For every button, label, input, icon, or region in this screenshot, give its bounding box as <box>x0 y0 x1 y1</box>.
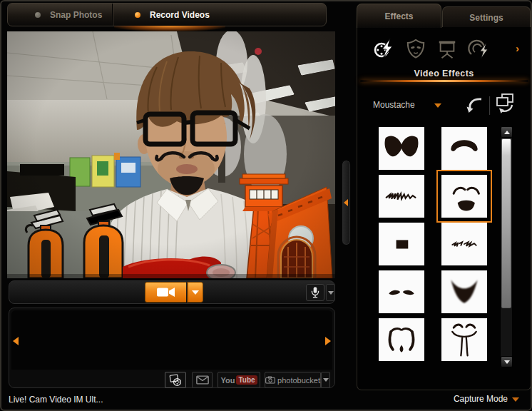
chevron-down-icon <box>323 378 329 382</box>
chevron-left-icon <box>344 199 348 206</box>
scrollbar-thumb[interactable] <box>501 138 511 308</box>
film-effects-icon[interactable] <box>372 36 397 61</box>
app-title: Live! Cam Video IM Ult... <box>9 395 103 405</box>
effect-thumbnail-small-scribble[interactable] <box>441 223 487 265</box>
tab-label: Settings <box>469 13 503 23</box>
email-icon <box>196 375 209 385</box>
share-options-arrow[interactable] <box>321 372 330 388</box>
section-title: Video Effects <box>357 68 531 78</box>
capture-mode-selector[interactable]: Capture Mode <box>454 394 508 404</box>
tab-settings[interactable]: Settings <box>442 6 531 28</box>
microphone-options-arrow[interactable] <box>326 284 335 301</box>
capture-controls-bar <box>9 280 335 304</box>
photobucket-share-button[interactable]: photobucket <box>265 372 321 388</box>
youtube-share-button[interactable]: You Tube <box>218 372 260 388</box>
microphone-button[interactable] <box>306 284 324 301</box>
panel-collapse-handle[interactable] <box>342 160 351 245</box>
tab-effects[interactable]: Effects <box>357 4 441 28</box>
effect-style-dropdown[interactable]: Moustache <box>373 100 415 110</box>
effect-thumbnail-bushy-goatee[interactable] <box>441 270 487 313</box>
recorded-clips-panel: You Tube photobucket <box>9 308 335 388</box>
undo-arrow-icon <box>466 96 484 114</box>
mask-effects-icon[interactable] <box>403 36 429 61</box>
strip-prev-arrow[interactable] <box>13 337 19 345</box>
effect-thumbnail-handlebar[interactable] <box>379 127 424 170</box>
effect-thumbnail-thin-scribble[interactable] <box>379 175 424 218</box>
capture-tabbar: Snap Photos Record Videos <box>7 3 327 26</box>
tab-indicator-dot <box>135 12 140 18</box>
effect-thumbnail-round-droop[interactable] <box>441 127 487 170</box>
app-window: Snap Photos Record Videos <box>0 0 532 411</box>
photobucket-logo-text: photobucket <box>277 376 320 385</box>
effect-thumbnail-fu-manchu[interactable] <box>379 318 424 361</box>
tab-snap-photos[interactable]: Snap Photos <box>8 4 113 26</box>
record-options-arrow[interactable] <box>187 282 203 303</box>
youtube-logo-badge: Tube <box>236 375 257 385</box>
tab-label: Record Videos <box>150 10 210 20</box>
strip-next-arrow[interactable] <box>325 337 331 345</box>
effects-scrollbar[interactable] <box>500 126 512 367</box>
chevron-down-icon <box>192 290 199 295</box>
apply-to-all-button[interactable] <box>493 93 515 114</box>
scroll-down-button[interactable] <box>501 356 513 367</box>
effect-thumbnail-grid <box>379 127 487 361</box>
triangle-down-icon <box>504 360 510 364</box>
tab-label: Effects <box>384 11 413 21</box>
capture-mode-arrow-icon[interactable] <box>512 397 519 402</box>
dropdown-caret-icon[interactable] <box>434 103 441 108</box>
toolbar-divider <box>489 96 490 115</box>
scroll-up-button[interactable] <box>501 126 513 138</box>
distortion-effects-icon[interactable] <box>465 36 491 61</box>
record-video-button[interactable] <box>145 282 186 303</box>
more-categories-arrow[interactable]: › <box>516 42 519 54</box>
background-effects-icon[interactable] <box>434 36 460 61</box>
effects-panel: › Video Effects Moustache <box>357 27 531 390</box>
triangle-up-icon <box>504 131 510 134</box>
tab-record-videos[interactable]: Record Videos <box>113 4 326 26</box>
camera-icon <box>265 375 275 385</box>
layers-arrow-icon <box>493 93 515 114</box>
email-share-button[interactable] <box>192 372 213 388</box>
youtube-logo-text: You <box>220 376 235 385</box>
video-preview <box>7 31 335 278</box>
effect-category-row: › <box>357 36 531 63</box>
microphone-icon <box>310 286 320 299</box>
make-movie-button[interactable] <box>165 372 186 388</box>
movie-maker-icon <box>168 374 183 387</box>
effect-thumbnail-curl-and-goatee[interactable] <box>441 175 487 218</box>
reset-effect-button[interactable] <box>466 96 484 114</box>
tab-indicator-dot <box>35 12 41 18</box>
section-title-underline <box>360 80 528 82</box>
effect-thumbnail-toothbrush[interactable] <box>379 223 424 265</box>
clips-strip <box>11 310 332 370</box>
effect-thumbnail-thin-pair[interactable] <box>379 270 424 313</box>
chevron-down-icon <box>328 291 334 295</box>
tab-label: Snap Photos <box>50 10 102 20</box>
effect-thumbnail-long-strands[interactable] <box>441 318 487 361</box>
video-camera-icon <box>156 286 176 298</box>
